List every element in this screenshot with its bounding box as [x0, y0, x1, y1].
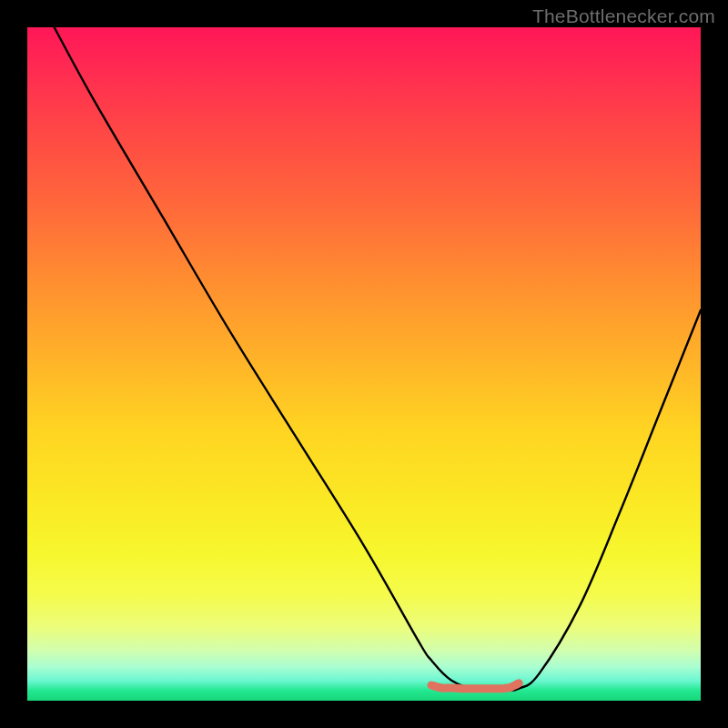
optimal-bump — [431, 683, 519, 689]
curve-layer — [27, 27, 701, 701]
plot-area — [27, 27, 701, 701]
watermark-label: TheBottlenecker.com — [532, 5, 715, 27]
chart-frame: TheBottlenecker.com — [0, 0, 728, 728]
bottleneck-curve — [55, 27, 701, 692]
